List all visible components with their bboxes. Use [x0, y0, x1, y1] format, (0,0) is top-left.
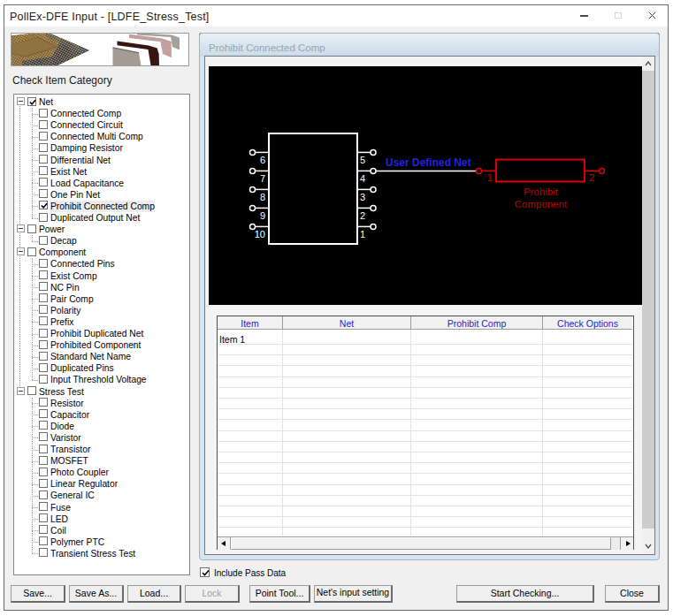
svg-text:1: 1	[360, 229, 365, 240]
svg-text:1: 1	[487, 172, 493, 183]
svg-text:6: 6	[260, 155, 265, 165]
svg-text:Component: Component	[515, 199, 568, 209]
svg-text:2: 2	[589, 172, 594, 183]
svg-text:9: 9	[260, 210, 265, 221]
svg-text:User Defined Net: User Defined Net	[386, 156, 471, 169]
svg-text:3: 3	[360, 192, 365, 202]
svg-text:8: 8	[260, 192, 265, 202]
svg-text:4: 4	[360, 173, 365, 184]
svg-text:2: 2	[360, 210, 365, 221]
svg-text:5: 5	[360, 155, 365, 165]
svg-text:10: 10	[255, 229, 265, 240]
svg-text:7: 7	[260, 173, 265, 184]
svg-text:Prohibit: Prohibit	[524, 186, 559, 197]
